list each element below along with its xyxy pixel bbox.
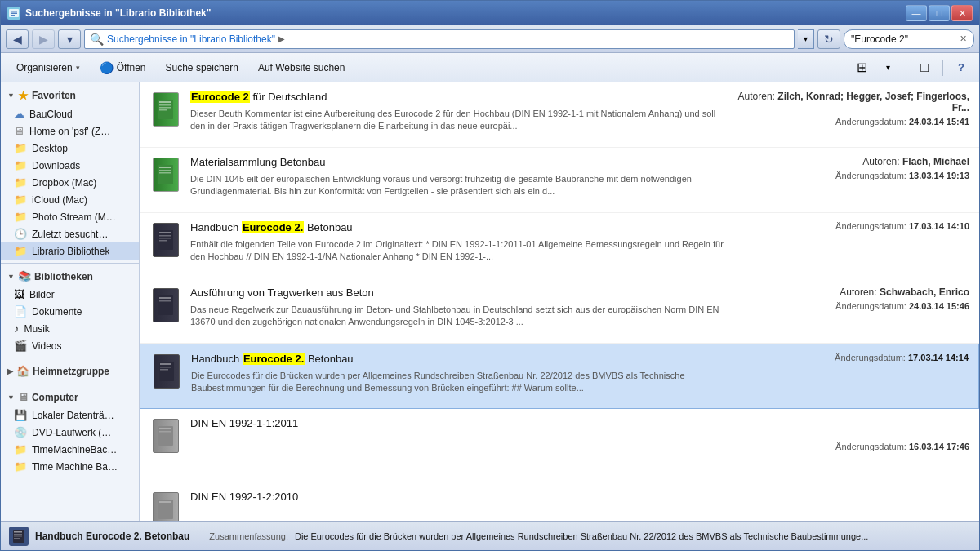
sidebar-divider-2 — [1, 358, 139, 358]
libraries-label: Bibliotheken — [34, 271, 93, 282]
sidebar-item-videos[interactable]: 🎬 Videos — [1, 337, 139, 354]
file-author-4: Autoren: Schwabach, Enrico — [733, 287, 969, 298]
organize-button[interactable]: Organisieren ▾ — [7, 56, 89, 79]
sidebar-item-home[interactable]: 🖥 Home on 'psf' (Z… — [1, 122, 139, 140]
sidebar-item-bilder[interactable]: 🖼 Bilder — [1, 286, 139, 303]
sidebar-item-zuletzt[interactable]: 🕒 Zuletzt besucht… — [1, 225, 139, 242]
svg-rect-12 — [159, 172, 171, 174]
layout-button[interactable]: □ — [913, 58, 936, 78]
sidebar-divider-3 — [1, 384, 139, 384]
file-item[interactable]: DIN EN 1992-1-1:2011 Änderungsdatum: 16.… — [140, 409, 979, 482]
computer-header[interactable]: ▼ 🖥 Computer — [1, 388, 139, 407]
sidebar-item-label: Videos — [32, 340, 61, 352]
file-list[interactable]: Eurocode 2 für Deutschland Dieser Beuth … — [140, 82, 979, 521]
svg-rect-19 — [159, 297, 171, 299]
favorites-header[interactable]: ▼ ★ Favoriten — [1, 86, 139, 105]
sidebar-item-baucloud[interactable]: ☁ BauCloud — [1, 105, 139, 122]
sidebar-item-label: Zuletzt besucht… — [32, 229, 108, 240]
svg-rect-10 — [159, 167, 171, 168]
sidebar-item-downloads[interactable]: 📁 Downloads — [1, 157, 139, 174]
file-item[interactable]: Materialsammlung Betonbau Die DIN 1045 e… — [140, 148, 979, 213]
status-summary-label: Zusammenfassung: — [209, 531, 288, 541]
minimize-button[interactable]: — — [906, 5, 927, 21]
desktop-icon: 📁 — [14, 142, 27, 154]
close-button[interactable]: ✕ — [951, 5, 973, 21]
sidebar-divider-1 — [1, 263, 139, 264]
back-button[interactable]: ◀ — [6, 29, 29, 49]
svg-rect-8 — [159, 109, 167, 111]
search-field[interactable]: "Eurocode 2" ✕ — [844, 29, 974, 49]
downloads-icon: 📁 — [14, 159, 27, 171]
sidebar-item-label: Librario Bibliothek — [32, 246, 109, 257]
sidebar-item-timemachine1[interactable]: 📁 TimeMachineBackup… — [1, 441, 139, 458]
desc-highlight: Eurocode 2 — [394, 109, 440, 118]
main-window: Suchergebnisse in "Librario Bibliothek" … — [0, 0, 980, 551]
sidebar-item-label: TimeMachineBackup… — [32, 444, 118, 455]
librario-icon: 📁 — [14, 245, 27, 257]
file-date-1: Änderungsdatum: 24.03.14 15:41 — [733, 117, 969, 127]
favorites-label: Favoriten — [32, 90, 76, 101]
sidebar-item-desktop[interactable]: 📁 Desktop — [1, 140, 139, 157]
libraries-section: ▼ 📚 Bibliotheken 🖼 Bilder 📄 Dokumente ♪ … — [1, 267, 139, 354]
file-date-2: Änderungsdatum: 13.03.14 19:13 — [733, 171, 969, 180]
address-dropdown[interactable]: ▾ — [798, 29, 814, 49]
chevron-down-icon-2: ▼ — [7, 273, 15, 281]
sidebar-item-dropbox[interactable]: 📁 Dropbox (Mac) — [1, 174, 139, 191]
libraries-header[interactable]: ▼ 📚 Bibliotheken — [1, 267, 139, 286]
main-content: ▼ ★ Favoriten ☁ BauCloud 🖥 Home on 'psf'… — [1, 82, 979, 521]
forward-button[interactable]: ▶ — [32, 29, 55, 49]
title-bar: Suchergebnisse in "Librario Bibliothek" … — [1, 1, 979, 25]
status-icon — [9, 527, 29, 546]
file-icon-7 — [149, 491, 182, 521]
svg-rect-11 — [159, 170, 171, 171]
book-cover-4 — [153, 288, 179, 322]
sidebar-item-librario[interactable]: 📁 Librario Bibliothek — [1, 242, 139, 260]
svg-rect-16 — [159, 238, 171, 239]
save-search-button[interactable]: Suche speichern — [157, 56, 247, 79]
sidebar-item-dvd[interactable]: 💿 DVD-Laufwerk (D… — [1, 424, 139, 441]
file-title-5: Handbuch Eurocode 2. Betonbau — [191, 353, 724, 367]
view-list-button[interactable]: ⊞ — [850, 58, 873, 78]
icloud-icon: 📁 — [14, 193, 27, 206]
organize-label: Organisieren — [16, 62, 73, 73]
sidebar-item-local[interactable]: 💾 Lokaler Datenträ… — [1, 407, 139, 424]
local-icon: 💾 — [14, 409, 27, 421]
sidebar-item-icloud[interactable]: 📁 iCloud (Mac) — [1, 191, 139, 208]
tm1-icon: 📁 — [14, 443, 27, 455]
file-item[interactable]: DIN EN 1992-1-2:2010 — [140, 482, 979, 521]
file-desc-1: Dieser Beuth Kommentar ist eine Aufberei… — [190, 108, 724, 133]
sidebar-item-musik[interactable]: ♪ Musik — [1, 320, 139, 337]
file-meta-1: Autoren: Zilch, Konrad; Hegger, Josef; F… — [724, 91, 969, 127]
title-highlight: Eurocode 2 — [190, 91, 250, 103]
file-meta-6: Änderungsdatum: 16.03.14 17:46 — [724, 417, 969, 451]
file-item[interactable]: Ausführung von Tragwerken aus Beton Das … — [140, 278, 979, 344]
file-icon-4 — [149, 287, 182, 327]
file-title-1: Eurocode 2 für Deutschland — [190, 91, 724, 104]
maximize-button[interactable]: □ — [929, 5, 950, 21]
svg-rect-29 — [159, 501, 171, 503]
file-item[interactable]: Eurocode 2 für Deutschland Dieser Beuth … — [140, 82, 979, 148]
address-field[interactable]: 🔍 Suchergebnisse in "Librario Bibliothek… — [84, 29, 795, 49]
view-dropdown-button[interactable]: ▾ — [876, 58, 899, 78]
refresh-button[interactable]: ↻ — [817, 29, 840, 49]
sidebar-item-dokumente[interactable]: 📄 Dokumente — [1, 303, 139, 320]
sidebar-item-timemachine2[interactable]: 📁 Time Machine Ba… — [1, 458, 139, 475]
file-item-selected[interactable]: Handbuch Eurocode 2. Betonbau Die Euroco… — [140, 344, 979, 409]
status-summary-text: Die Eurocodes für die Brücken wurden per… — [295, 531, 971, 541]
help-button[interactable]: ? — [950, 58, 973, 78]
sidebar-item-photostream[interactable]: 📁 Photo Stream (M… — [1, 208, 139, 225]
file-content-4: Ausführung von Tragwerken aus Beton Das … — [190, 287, 724, 329]
computer-label: Computer — [32, 392, 78, 403]
bilder-icon: 🖼 — [14, 288, 24, 300]
search-icon: 🔍 — [90, 33, 104, 46]
open-button[interactable]: 🔵 Öffnen — [91, 56, 155, 79]
heimnetz-header[interactable]: ▶ 🏠 Heimnetzgruppe — [1, 362, 139, 380]
file-item[interactable]: Handbuch Eurocode 2. Betonbau Enthält di… — [140, 213, 979, 278]
website-button[interactable]: Auf Website suchen — [249, 56, 354, 79]
svg-rect-14 — [159, 232, 171, 233]
file-date-4: Änderungsdatum: 24.03.14 15:46 — [733, 301, 969, 311]
open-icon: 🔵 — [100, 61, 114, 74]
title-highlight-5: Eurocode 2. — [243, 353, 305, 365]
recent-button[interactable]: ▾ — [58, 29, 81, 49]
search-clear-button[interactable]: ✕ — [960, 33, 967, 44]
